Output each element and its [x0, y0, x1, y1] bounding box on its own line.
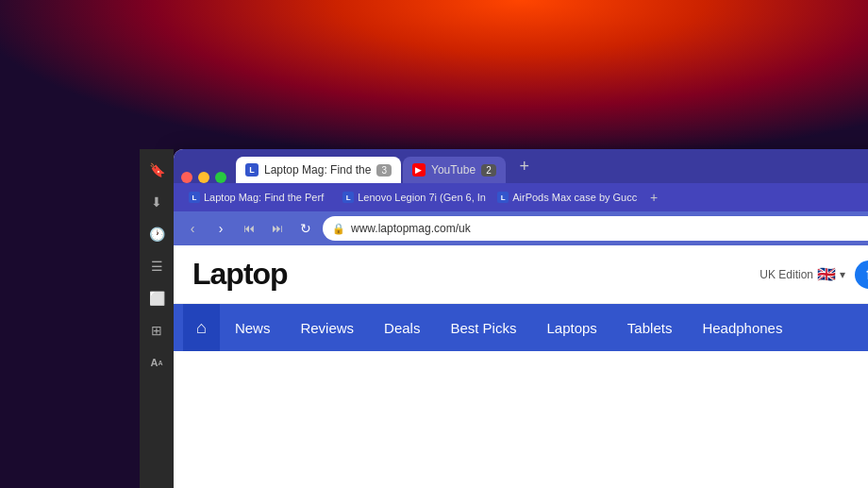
maximize-button[interactable]: [215, 172, 226, 183]
browser-toolbar: ‹ › ⏮ ⏭ ↻ 🔒 www.laptopmag.com/uk: [174, 211, 868, 245]
tab-laptopmag[interactable]: L Laptop Mag: Find the 3: [236, 157, 401, 183]
secondary-tab-bar: L Laptop Mag: Find the Perf L Lenovo Leg…: [174, 183, 868, 211]
nav-headphones-label: Headphones: [702, 320, 782, 336]
home-icon: ⌂: [196, 318, 207, 338]
address-url: www.laptopmag.com/uk: [351, 222, 868, 235]
nav-tablets-label: Tablets: [627, 320, 673, 336]
bookmark-icon[interactable]: 🔖: [143, 157, 170, 183]
site-header-right: UK Edition 🇬🇧 ▾ f: [760, 261, 868, 289]
nav-news[interactable]: News: [220, 304, 286, 351]
minimize-button[interactable]: [198, 172, 209, 183]
add-secondary-tab-button[interactable]: +: [644, 188, 663, 207]
close-button[interactable]: [181, 172, 192, 183]
tab-count-youtube: 2: [481, 164, 496, 177]
nav-headphones[interactable]: Headphones: [687, 304, 797, 351]
mini-tab-label-1: Laptop Mag: Find the Perf: [204, 192, 324, 203]
prev-nav-button[interactable]: ⏭: [266, 217, 289, 240]
history-icon[interactable]: 🕐: [143, 221, 170, 247]
site-nav: ⌂ News Reviews Deals Best Picks Laptops …: [174, 304, 868, 351]
mini-tab-2[interactable]: L Lenovo Legion 7i (Gen 6, In: [335, 190, 486, 205]
mini-tab-label-3: AirPods Max case by Gucc: [512, 192, 637, 203]
site-logo: Laptop: [192, 257, 288, 292]
website-content: Laptop UK Edition 🇬🇧 ▾ f ⌂ News Reviews: [174, 245, 868, 488]
edition-arrow-icon: ▾: [840, 268, 845, 281]
forward-button[interactable]: ›: [209, 217, 232, 240]
nav-home[interactable]: ⌂: [183, 304, 220, 351]
grid-icon[interactable]: ⊞: [143, 317, 170, 344]
mini-tab-favicon-3: L: [497, 192, 509, 203]
mini-tab-3[interactable]: L AirPods Max case by Gucc: [490, 190, 641, 205]
nav-best-picks-label: Best Picks: [450, 320, 516, 336]
home-nav-button[interactable]: ⏮: [238, 217, 260, 240]
nav-deals[interactable]: Deals: [369, 304, 435, 351]
refresh-button[interactable]: ↻: [294, 217, 317, 240]
nav-reviews[interactable]: Reviews: [285, 304, 369, 351]
desktop-background: [0, 0, 868, 151]
nav-best-picks[interactable]: Best Picks: [435, 304, 531, 351]
mini-tab-label-2: Lenovo Legion 7i (Gen 6, In: [358, 192, 486, 203]
edition-selector[interactable]: UK Edition 🇬🇧 ▾: [760, 265, 845, 283]
tab-favicon-youtube: ▶: [412, 163, 426, 177]
tab-favicon-laptopmag: L: [245, 163, 259, 177]
nav-laptops[interactable]: Laptops: [531, 304, 611, 351]
nav-laptops-label: Laptops: [546, 320, 596, 336]
mini-tab-1[interactable]: L Laptop Mag: Find the Perf: [181, 190, 331, 205]
traffic-lights: [181, 172, 234, 183]
wallet-icon[interactable]: ⬜: [143, 285, 170, 311]
nav-news-label: News: [235, 320, 271, 336]
back-button[interactable]: ‹: [181, 217, 204, 240]
translate-icon[interactable]: AA: [143, 349, 170, 376]
address-bar[interactable]: 🔒 www.laptopmag.com/uk: [323, 216, 868, 241]
browser-window: L Laptop Mag: Find the 3 ▶ YouTube 2 + L…: [174, 149, 868, 488]
tab-label-youtube: YouTube: [431, 163, 476, 177]
reader-icon[interactable]: ☰: [143, 253, 170, 279]
tab-youtube[interactable]: ▶ YouTube 2: [403, 157, 506, 183]
tab-bar: L Laptop Mag: Find the 3 ▶ YouTube 2 +: [174, 149, 868, 183]
nav-tablets[interactable]: Tablets: [612, 304, 688, 351]
mini-tab-favicon-1: L: [189, 192, 200, 203]
uk-flag-icon: 🇬🇧: [817, 265, 836, 283]
mini-tab-favicon-2: L: [342, 192, 354, 203]
edition-label: UK Edition: [760, 268, 813, 281]
nav-deals-label: Deals: [384, 320, 420, 336]
browser-sidebar: 🔖 ⬇ 🕐 ☰ ⬜ ⊞ AA: [140, 149, 174, 488]
tab-count-laptopmag: 3: [376, 164, 392, 177]
add-tab-button[interactable]: +: [511, 153, 538, 179]
site-header: Laptop UK Edition 🇬🇧 ▾ f: [174, 245, 868, 304]
security-icon: 🔒: [332, 223, 345, 235]
nav-reviews-label: Reviews: [300, 320, 354, 336]
tab-label-laptopmag: Laptop Mag: Find the: [264, 163, 371, 177]
download-icon[interactable]: ⬇: [143, 189, 170, 215]
facebook-button[interactable]: f: [855, 261, 868, 289]
